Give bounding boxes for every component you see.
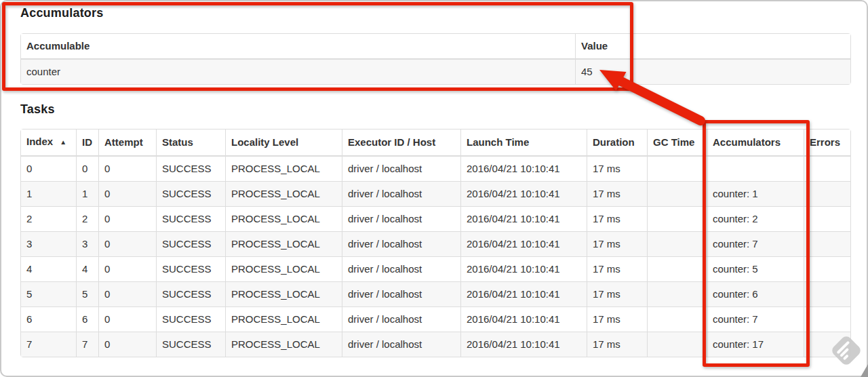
gc-time-cell	[648, 157, 707, 182]
locality-level-cell: PROCESS_LOCAL	[226, 332, 342, 357]
id-cell: 3	[77, 232, 99, 257]
errors-cell	[804, 182, 850, 207]
locality-level-column-header[interactable]: Locality Level	[226, 130, 342, 157]
errors-cell	[804, 257, 850, 282]
tasks-table-body: 0 0 0 SUCCESS PROCESS_LOCAL driver / loc…	[21, 157, 850, 357]
attempt-cell: 0	[99, 157, 157, 182]
id-cell: 6	[77, 307, 99, 332]
accumulator-row: counter 45	[21, 60, 850, 84]
locality-level-cell: PROCESS_LOCAL	[226, 182, 342, 207]
launch-time-cell: 2016/04/21 10:10:41	[461, 307, 587, 332]
attempt-cell: 0	[99, 332, 157, 357]
duration-cell: 17 ms	[587, 232, 648, 257]
id-cell: 2	[77, 207, 99, 232]
tasks-section-title: Tasks	[20, 102, 55, 117]
sort-ascending-icon: ▲	[60, 138, 66, 146]
gc-time-cell	[648, 257, 707, 282]
executor-id-host-cell: driver / localhost	[342, 332, 461, 357]
duration-cell: 17 ms	[587, 332, 648, 357]
table-row: 5 5 0 SUCCESS PROCESS_LOCAL driver / loc…	[21, 282, 850, 307]
id-cell: 7	[77, 332, 99, 357]
index-cell: 4	[21, 257, 77, 282]
accumulators-cell: counter: 6	[707, 282, 804, 307]
index-cell: 6	[21, 307, 77, 332]
accumulators-cell: counter: 7	[707, 307, 804, 332]
accumulators-table: Accumulable Value counter 45	[20, 33, 851, 85]
duration-cell: 17 ms	[587, 157, 648, 182]
gc-time-cell	[648, 182, 707, 207]
accumulators-cell: counter: 1	[707, 182, 804, 207]
duration-cell: 17 ms	[587, 182, 648, 207]
table-row: 7 7 0 SUCCESS PROCESS_LOCAL driver / loc…	[21, 332, 850, 357]
tasks-table: Index▲ ID Attempt Status Locality Level …	[20, 129, 851, 357]
attempt-cell: 0	[99, 232, 157, 257]
gc-time-cell	[648, 207, 707, 232]
executor-id-host-cell: driver / localhost	[342, 282, 461, 307]
launch-time-cell: 2016/04/21 10:10:41	[461, 282, 587, 307]
index-column-header[interactable]: Index▲	[21, 130, 77, 157]
status-cell: SUCCESS	[157, 157, 226, 182]
attempt-column-header[interactable]: Attempt	[99, 130, 157, 157]
status-cell: SUCCESS	[157, 207, 226, 232]
annotation-arrow-shaft	[621, 81, 701, 121]
index-cell: 7	[21, 332, 77, 357]
duration-cell: 17 ms	[587, 207, 648, 232]
id-cell: 4	[77, 257, 99, 282]
launch-time-cell: 2016/04/21 10:10:41	[461, 332, 587, 357]
table-row: 3 3 0 SUCCESS PROCESS_LOCAL driver / loc…	[21, 232, 850, 257]
executor-id-host-cell: driver / localhost	[342, 257, 461, 282]
status-cell: SUCCESS	[157, 282, 226, 307]
accumulable-value-cell: 45	[576, 60, 850, 84]
gc-time-cell	[648, 307, 707, 332]
index-column-label: Index	[26, 136, 53, 147]
executor-id-host-cell: driver / localhost	[342, 207, 461, 232]
id-column-header[interactable]: ID	[77, 130, 99, 157]
gc-time-cell	[648, 232, 707, 257]
errors-cell	[804, 157, 850, 182]
executor-id-host-cell: driver / localhost	[342, 307, 461, 332]
duration-column-header[interactable]: Duration	[587, 130, 648, 157]
executor-id-host-cell: driver / localhost	[342, 182, 461, 207]
launch-time-cell: 2016/04/21 10:10:41	[461, 207, 587, 232]
duration-cell: 17 ms	[587, 257, 648, 282]
launch-time-cell: 2016/04/21 10:10:41	[461, 257, 587, 282]
index-cell: 3	[21, 232, 77, 257]
locality-level-cell: PROCESS_LOCAL	[226, 257, 342, 282]
id-cell: 5	[77, 282, 99, 307]
launch-time-column-header[interactable]: Launch Time	[461, 130, 587, 157]
accumulators-cell	[707, 157, 804, 182]
locality-level-cell: PROCESS_LOCAL	[226, 207, 342, 232]
launch-time-cell: 2016/04/21 10:10:41	[461, 232, 587, 257]
table-row: 2 2 0 SUCCESS PROCESS_LOCAL driver / loc…	[21, 207, 850, 232]
cursor-icon	[857, 363, 868, 377]
status-cell: SUCCESS	[157, 332, 226, 357]
attempt-cell: 0	[99, 282, 157, 307]
errors-cell	[804, 207, 850, 232]
errors-cell	[804, 307, 850, 332]
status-cell: SUCCESS	[157, 232, 226, 257]
table-row: 1 1 0 SUCCESS PROCESS_LOCAL driver / loc…	[21, 182, 850, 207]
table-row: 4 4 0 SUCCESS PROCESS_LOCAL driver / loc…	[21, 257, 850, 282]
index-cell: 2	[21, 207, 77, 232]
value-column-header[interactable]: Value	[576, 34, 850, 60]
locality-level-cell: PROCESS_LOCAL	[226, 157, 342, 182]
table-row: 0 0 0 SUCCESS PROCESS_LOCAL driver / loc…	[21, 157, 850, 182]
gc-time-cell	[648, 282, 707, 307]
tasks-header-row: Index▲ ID Attempt Status Locality Level …	[21, 130, 850, 157]
launch-time-cell: 2016/04/21 10:10:41	[461, 157, 587, 182]
executor-id-host-column-header[interactable]: Executor ID / Host	[342, 130, 461, 157]
accumulators-section-title: Accumulators	[20, 6, 103, 20]
status-column-header[interactable]: Status	[157, 130, 226, 157]
accumulators-cell: counter: 17	[707, 332, 804, 357]
locality-level-cell: PROCESS_LOCAL	[226, 232, 342, 257]
accumulators-column-header[interactable]: Accumulators	[707, 130, 804, 157]
accumulable-column-header[interactable]: Accumulable	[21, 34, 576, 60]
attempt-cell: 0	[99, 257, 157, 282]
launch-time-cell: 2016/04/21 10:10:41	[461, 182, 587, 207]
gc-time-column-header[interactable]: GC Time	[648, 130, 707, 157]
errors-column-header[interactable]: Errors	[804, 130, 850, 157]
locality-level-cell: PROCESS_LOCAL	[226, 282, 342, 307]
accumulators-cell: counter: 5	[707, 257, 804, 282]
status-cell: SUCCESS	[157, 182, 226, 207]
status-cell: SUCCESS	[157, 307, 226, 332]
